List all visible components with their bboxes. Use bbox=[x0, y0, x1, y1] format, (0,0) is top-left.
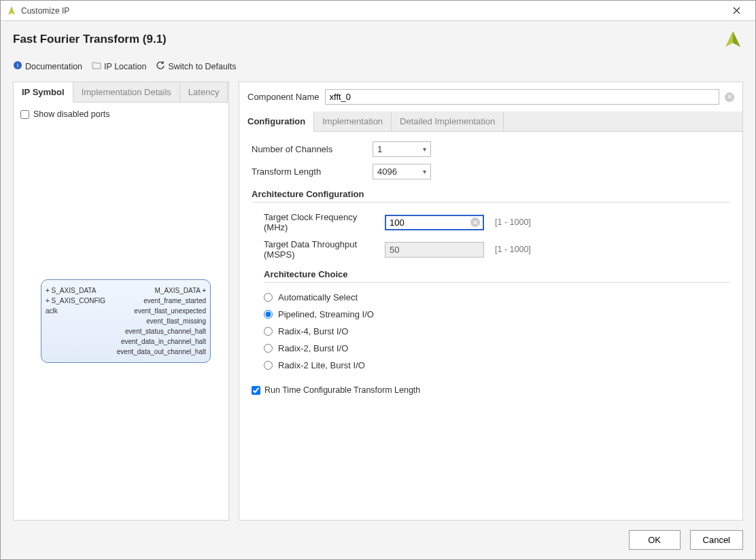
tab-implementation[interactable]: Implementation bbox=[314, 111, 392, 131]
transform-length-row: Transform Length 4096 ▾ bbox=[252, 164, 730, 179]
arch-label-radix2: Radix-2, Burst I/O bbox=[278, 343, 348, 353]
ip-location-label: IP Location bbox=[104, 62, 146, 71]
divider bbox=[252, 202, 730, 203]
left-panel: IP Symbol Implementation Details Latency… bbox=[13, 82, 229, 521]
port-event-tlast-missing: event_tlast_missing bbox=[117, 316, 206, 326]
arch-label-auto: Automatically Select bbox=[278, 292, 358, 302]
window-title: Customize IP bbox=[21, 6, 723, 16]
divider bbox=[264, 282, 730, 283]
switch-defaults-link[interactable]: Switch to Defaults bbox=[156, 60, 236, 72]
ip-location-link[interactable]: IP Location bbox=[92, 61, 146, 71]
chevron-down-icon: ▾ bbox=[423, 145, 426, 153]
port-event-data-out-halt: event_data_out_channel_halt bbox=[117, 347, 206, 357]
port-event-frame-started: event_frame_started bbox=[117, 296, 206, 306]
target-clock-label: Target Clock Frequency (MHz) bbox=[264, 212, 379, 232]
arch-config-header: Architecture Configuration bbox=[252, 189, 730, 199]
clear-component-name-icon[interactable]: ✕ bbox=[725, 92, 734, 102]
tab-detailed-implementation[interactable]: Detailed Implementation bbox=[392, 111, 504, 131]
port-event-data-in-halt: event_data_in_channel_halt bbox=[117, 336, 206, 347]
arch-choice-header: Architecture Choice bbox=[264, 269, 730, 279]
runtime-config-row[interactable]: Run Time Configurable Transform Length bbox=[252, 385, 730, 395]
arch-option-pipelined[interactable]: Pipelined, Streaming I/O bbox=[264, 309, 730, 319]
clear-target-clock-icon[interactable]: ✕ bbox=[470, 217, 480, 227]
ip-title: Fast Fourier Transform (9.1) bbox=[13, 33, 723, 46]
svg-text:i: i bbox=[17, 62, 18, 69]
target-throughput-hint: [1 - 1000] bbox=[495, 245, 531, 254]
toolbar: i Documentation IP Location Switch to De… bbox=[13, 60, 743, 72]
arch-label-radix2lite: Radix-2 Lite, Burst I/O bbox=[278, 360, 365, 370]
right-panel: Component Name ✕ Configuration Implement… bbox=[239, 82, 743, 521]
show-disabled-ports-checkbox[interactable] bbox=[20, 110, 29, 119]
switch-defaults-label: Switch to Defaults bbox=[168, 62, 236, 71]
main-area: Fast Fourier Transform (9.1) i Documenta… bbox=[1, 21, 755, 521]
footer: OK Cancel bbox=[1, 521, 755, 559]
num-channels-value: 1 bbox=[377, 144, 382, 154]
component-name-input[interactable] bbox=[325, 89, 720, 105]
num-channels-select[interactable]: 1 ▾ bbox=[373, 141, 431, 157]
show-disabled-ports-label: Show disabled ports bbox=[33, 109, 110, 119]
runtime-config-label: Run Time Configurable Transform Length bbox=[264, 385, 420, 395]
documentation-label: Documentation bbox=[25, 62, 82, 71]
arch-option-radix2lite[interactable]: Radix-2 Lite, Burst I/O bbox=[264, 360, 730, 370]
cancel-button[interactable]: Cancel bbox=[690, 530, 743, 550]
tab-impl-details[interactable]: Implementation Details bbox=[73, 82, 180, 102]
target-clock-hint: [1 - 1000] bbox=[495, 217, 531, 227]
refresh-icon bbox=[156, 60, 165, 72]
close-icon bbox=[733, 7, 740, 14]
configuration-body: Number of Channels 1 ▾ Transform Length … bbox=[239, 132, 742, 404]
transform-length-value: 4096 bbox=[377, 167, 397, 177]
tab-ip-symbol[interactable]: IP Symbol bbox=[14, 82, 73, 103]
body-row: IP Symbol Implementation Details Latency… bbox=[13, 82, 743, 521]
port-s-axis-config: + S_AXIS_CONFIG bbox=[46, 296, 105, 306]
chevron-down-icon: ▾ bbox=[423, 168, 426, 175]
transform-length-select[interactable]: 4096 ▾ bbox=[373, 164, 431, 179]
num-channels-label: Number of Channels bbox=[252, 144, 367, 154]
customize-ip-window: Customize IP Fast Fourier Transform (9.1… bbox=[0, 0, 756, 560]
vendor-logo bbox=[723, 29, 743, 50]
transform-length-label: Transform Length bbox=[252, 167, 367, 177]
arch-label-pipelined: Pipelined, Streaming I/O bbox=[278, 309, 374, 319]
port-aclk: aclk bbox=[46, 306, 105, 316]
info-icon: i bbox=[13, 60, 22, 72]
ip-symbol-block[interactable]: + S_AXIS_DATA + S_AXIS_CONFIG aclk M_AXI… bbox=[41, 279, 211, 363]
target-throughput-input bbox=[385, 242, 484, 258]
app-icon bbox=[6, 5, 17, 16]
target-clock-row: Target Clock Frequency (MHz) ✕ [1 - 1000… bbox=[264, 212, 730, 232]
port-s-axis-data: + S_AXIS_DATA bbox=[46, 285, 105, 296]
target-throughput-row: Target Data Throughput (MSPS) [1 - 1000] bbox=[264, 239, 730, 260]
tab-configuration[interactable]: Configuration bbox=[239, 111, 314, 132]
folder-icon bbox=[92, 61, 101, 71]
target-clock-input[interactable] bbox=[385, 215, 484, 230]
close-button[interactable] bbox=[723, 1, 750, 20]
ip-left-ports: + S_AXIS_DATA + S_AXIS_CONFIG aclk bbox=[46, 285, 105, 357]
tab-latency[interactable]: Latency bbox=[180, 82, 228, 102]
port-event-tlast-unexpected: event_tlast_unexpected bbox=[117, 306, 206, 316]
arch-radio-pipelined[interactable] bbox=[264, 310, 273, 319]
port-m-axis-data: M_AXIS_DATA + bbox=[117, 285, 206, 296]
port-event-status-halt: event_status_channel_halt bbox=[117, 326, 206, 336]
titlebar: Customize IP bbox=[1, 1, 755, 21]
left-body: Show disabled ports + S_AXIS_DATA + S_AX… bbox=[14, 103, 228, 520]
right-tabs: Configuration Implementation Detailed Im… bbox=[239, 111, 742, 132]
arch-option-radix2[interactable]: Radix-2, Burst I/O bbox=[264, 343, 730, 353]
runtime-config-checkbox[interactable] bbox=[252, 386, 260, 395]
header-row: Fast Fourier Transform (9.1) bbox=[13, 29, 743, 50]
arch-option-radix4[interactable]: Radix-4, Burst I/O bbox=[264, 326, 730, 336]
show-disabled-ports-row[interactable]: Show disabled ports bbox=[20, 109, 222, 119]
component-name-row: Component Name ✕ bbox=[239, 82, 742, 111]
arch-radio-radix2[interactable] bbox=[264, 344, 273, 353]
documentation-link[interactable]: i Documentation bbox=[13, 60, 82, 72]
arch-option-auto[interactable]: Automatically Select bbox=[264, 292, 730, 302]
left-tabs: IP Symbol Implementation Details Latency bbox=[14, 82, 228, 103]
arch-label-radix4: Radix-4, Burst I/O bbox=[278, 326, 348, 336]
arch-radio-radix4[interactable] bbox=[264, 327, 273, 336]
target-throughput-label: Target Data Throughput (MSPS) bbox=[264, 239, 379, 260]
num-channels-row: Number of Channels 1 ▾ bbox=[252, 141, 730, 157]
arch-radio-auto[interactable] bbox=[264, 293, 273, 302]
ip-right-ports: M_AXIS_DATA + event_frame_started event_… bbox=[117, 285, 206, 357]
arch-radio-radix2lite[interactable] bbox=[264, 361, 273, 370]
ok-button[interactable]: OK bbox=[629, 530, 681, 550]
component-name-label: Component Name bbox=[247, 92, 320, 102]
